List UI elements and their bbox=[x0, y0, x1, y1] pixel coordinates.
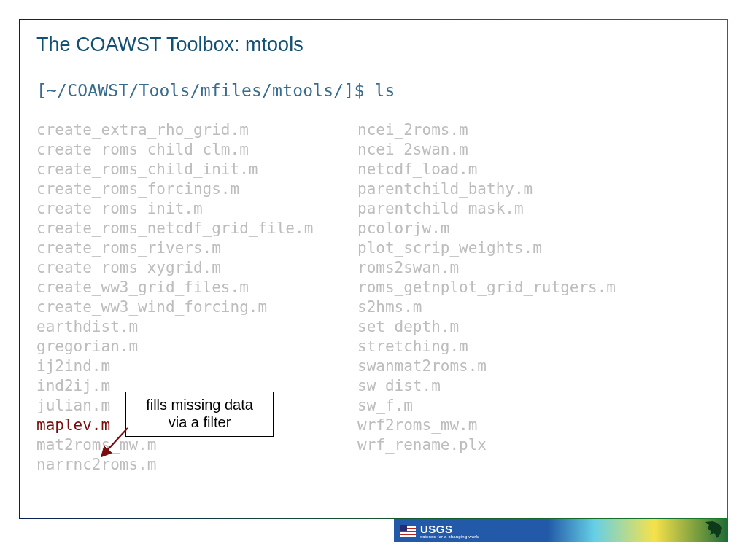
slide-frame: The COAWST Toolbox: mtools [~/COAWST/Too… bbox=[19, 19, 728, 519]
usgs-logo: USGS science for a changing world bbox=[394, 524, 480, 539]
file-entry: create_roms_child_init.m bbox=[36, 160, 343, 179]
slide-title: The COAWST Toolbox: mtools bbox=[36, 34, 711, 56]
file-entry: narrnc2roms.m bbox=[36, 455, 343, 475]
file-entry: roms2swan.m bbox=[357, 258, 616, 278]
file-entry: create_ww3_grid_files.m bbox=[36, 278, 343, 298]
map-silhouette-icon bbox=[700, 519, 727, 542]
file-entry: create_roms_rivers.m bbox=[36, 238, 343, 258]
file-entry: sw_dist.m bbox=[357, 376, 616, 396]
file-entry: create_roms_init.m bbox=[36, 199, 343, 219]
file-entry: set_depth.m bbox=[357, 317, 616, 337]
file-entry: create_roms_child_clm.m bbox=[36, 140, 343, 160]
file-entry: parentchild_mask.m bbox=[357, 199, 616, 219]
shell-prompt: [~/COAWST/Tools/mfiles/mtools/]$ ls bbox=[36, 81, 711, 100]
file-entry: earthdist.m bbox=[36, 317, 343, 337]
file-entry: s2hms.m bbox=[357, 298, 616, 317]
file-entry: netcdf_load.m bbox=[357, 160, 616, 179]
callout-line1: fills missing data bbox=[129, 396, 270, 413]
file-entry: create_roms_netcdf_grid_file.m bbox=[36, 219, 343, 238]
file-entry: sw_f.m bbox=[357, 396, 616, 416]
file-entry: create_ww3_wind_forcing.m bbox=[36, 298, 343, 317]
footer-bar: USGS science for a changing world bbox=[394, 519, 728, 542]
file-entry: create_roms_forcings.m bbox=[36, 179, 343, 199]
file-entry: mat2roms_mw.m bbox=[36, 435, 343, 455]
callout-box: fills missing data via a filter bbox=[125, 392, 274, 437]
listing-col2: ncei_2roms.mncei_2swan.mnetcdf_load.mpar… bbox=[357, 120, 616, 475]
file-entry: parentchild_bathy.m bbox=[357, 179, 616, 199]
file-entry: wrf2roms_mw.m bbox=[357, 416, 616, 435]
file-entry: roms_getnplot_grid_rutgers.m bbox=[357, 278, 616, 298]
file-entry: stretching.m bbox=[357, 337, 616, 357]
usgs-small: science for a changing world bbox=[420, 534, 480, 539]
file-entry: ncei_2swan.m bbox=[357, 140, 616, 160]
file-entry: create_extra_rho_grid.m bbox=[36, 120, 343, 140]
file-entry: ncei_2roms.m bbox=[357, 120, 616, 140]
file-entry: wrf_rename.plx bbox=[357, 435, 616, 455]
callout-line2: via a filter bbox=[129, 413, 270, 431]
file-entry: gregorian.m bbox=[36, 337, 343, 357]
usgs-big: USGS bbox=[420, 524, 480, 534]
file-entry: plot_scrip_weights.m bbox=[357, 238, 616, 258]
file-entry: create_roms_xygrid.m bbox=[36, 258, 343, 278]
file-entry: pcolorjw.m bbox=[357, 219, 616, 238]
file-entry: ij2ind.m bbox=[36, 357, 343, 376]
file-entry: swanmat2roms.m bbox=[357, 357, 616, 376]
flag-icon bbox=[400, 525, 416, 537]
